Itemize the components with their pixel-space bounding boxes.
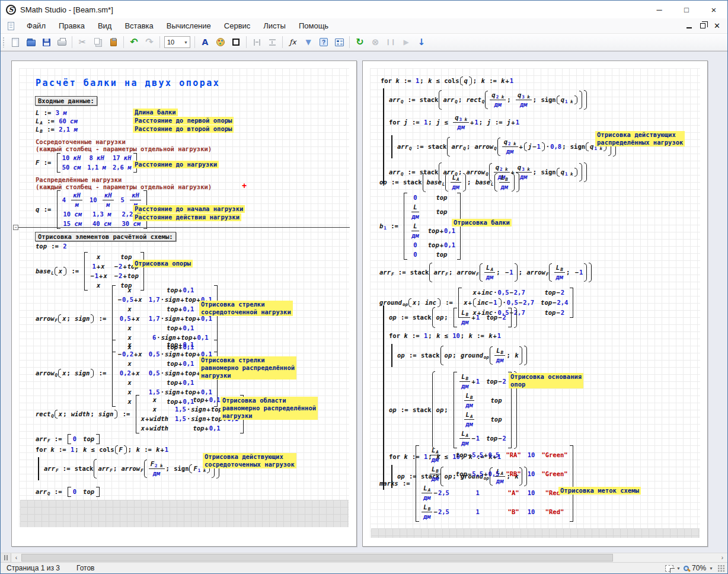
redo-button[interactable]: ↷ — [142, 35, 157, 49]
minimize-button[interactable]: ─ — [646, 1, 673, 18]
mdi-close-icon[interactable]: ✕ — [714, 23, 720, 29]
scrollbar-thumb[interactable] — [21, 554, 613, 562]
comment-region[interactable]: Отрисовка меток схемы — [558, 487, 641, 495]
resize-grip[interactable] — [717, 565, 725, 572]
maximize-button[interactable]: □ — [673, 1, 700, 18]
paste-button[interactable] — [106, 35, 120, 49]
menu-item-7[interactable]: Помощь — [292, 19, 335, 33]
comment-region[interactable]: Отрисовка действующихсосредоточенных наг… — [203, 453, 296, 468]
undo-button[interactable]: ↶ — [127, 35, 141, 49]
comment-region[interactable]: Отрисовка областиравномерно распределённ… — [221, 397, 318, 420]
play-button[interactable]: ▶ — [399, 35, 413, 49]
scroll-right-icon[interactable]: › — [717, 553, 727, 562]
background-button[interactable] — [213, 35, 228, 49]
scrollbar-track[interactable] — [21, 553, 717, 562]
font-size-value[interactable]: 10 — [165, 39, 184, 46]
help-button[interactable]: ? — [317, 35, 331, 49]
horizontal-scrollbar[interactable]: ‹ › — [1, 553, 727, 562]
page-1[interactable]: Расчёт балки на двух опорахВходные данны… — [11, 60, 357, 547]
copy-button[interactable] — [91, 35, 105, 49]
mdi-minimize-icon[interactable] — [687, 24, 692, 28]
function-icon: ƒx — [289, 39, 296, 46]
font-size-dropdown-icon[interactable]: ▼ — [184, 40, 190, 44]
menu-item-2[interactable]: Вид — [91, 19, 119, 33]
menu-item-0[interactable]: Файл — [20, 19, 52, 33]
comment-region[interactable]: Длина балки — [133, 109, 178, 116]
math-region[interactable]: for k := 1; k ≤ colsq; k := k+1arrQ := s… — [381, 76, 617, 184]
math-region[interactable]: LA := 60 см — [36, 117, 78, 125]
math-region[interactable]: arrF := stackarrF; arrowFLAдм; −1; arrow… — [379, 263, 592, 282]
save-button[interactable] — [39, 35, 53, 49]
close-button[interactable]: × — [700, 1, 727, 18]
comment-region[interactable]: Отрисовка балки — [452, 219, 512, 227]
comment-region[interactable]: Расстояние до первой опоры — [133, 117, 234, 125]
zoom-icon[interactable] — [684, 566, 689, 571]
function-button[interactable]: ƒx — [286, 35, 300, 49]
collapse-toggle-icon[interactable]: − — [13, 225, 18, 230]
comment-region[interactable]: Расстояние до начала нагрузки — [133, 205, 245, 213]
comment-region[interactable]: Отрисовка стрелкиравномерно распределённ… — [199, 356, 296, 380]
menu-item-4[interactable]: Вычисление — [160, 19, 218, 33]
filter-button[interactable]: ▼ — [301, 35, 315, 49]
layout-dropdown-icon[interactable]: ▼ — [676, 566, 681, 570]
pane-splitter-icon[interactable] — [1, 553, 11, 562]
math-region[interactable]: LB := 2,1 м — [36, 126, 78, 133]
window-title: SMath Studio - [Beam.sm*] — [20, 5, 113, 14]
comment-region[interactable]: Отрисовка опоры — [133, 260, 193, 267]
border-button[interactable] — [229, 35, 243, 49]
math-region[interactable]: op := stackbaseLLAдм; baseLLBдм — [379, 173, 520, 192]
math-region[interactable]: arrQ := 0top — [36, 487, 101, 497]
options-button[interactable] — [332, 35, 346, 49]
section-label[interactable]: Входные данные: — [35, 96, 97, 106]
math-region[interactable]: for k := 1; k ≤ colsF; k := k+1arrF := s… — [36, 445, 220, 480]
pause-button[interactable]: ❙❙ — [384, 35, 398, 49]
background-icon — [216, 38, 225, 46]
scroll-left-icon[interactable]: ‹ — [11, 553, 21, 562]
section-label[interactable]: Отрисовка элементов расчётной схемы: — [35, 232, 176, 241]
mdi-restore-icon[interactable] — [700, 23, 705, 28]
collapse-separator[interactable]: − — [13, 225, 350, 230]
border-icon — [232, 39, 240, 46]
zoom-dropdown-icon[interactable]: ▼ — [709, 566, 713, 570]
update-button[interactable]: ↓ — [414, 35, 429, 49]
menu-item-5[interactable]: Сервис — [218, 19, 257, 33]
font-size-combo[interactable]: 10▼ — [164, 36, 190, 48]
page-layout-icon[interactable] — [665, 565, 673, 572]
zoom-level[interactable]: 70% — [692, 564, 706, 572]
pause-icon: ❙❙ — [386, 39, 396, 45]
math-region[interactable]: L := 3 м — [36, 109, 67, 117]
open-button[interactable] — [24, 35, 38, 49]
font-color-button[interactable]: A — [198, 35, 212, 49]
align-v-button[interactable] — [265, 35, 279, 49]
comment-region[interactable]: Расстояние действия нагрузки — [133, 213, 241, 221]
stop-button[interactable]: ⊗ — [368, 35, 382, 49]
print-button[interactable] — [55, 35, 69, 49]
menu-item-3[interactable]: Вставка — [118, 19, 159, 33]
cut-button[interactable]: ✂ — [75, 35, 90, 49]
insert-cursor: + — [242, 183, 247, 189]
menu-item-6[interactable]: Листы — [257, 19, 292, 33]
text-region[interactable]: Распределённые нагрузки(каждый столбец -… — [36, 176, 212, 190]
new-button[interactable] — [8, 35, 23, 49]
menu-item-1[interactable]: Правка — [52, 19, 91, 33]
align-h-button[interactable] — [250, 35, 264, 49]
doc-title-region[interactable]: Расчёт балки на двух опорах — [36, 78, 220, 88]
math-region[interactable]: q := 4 кНм10 кНм5 кНм10 см1,3 м2,2 м15 с… — [36, 190, 148, 229]
page-2[interactable]: for k := 1; k ≤ colsq; k := k+1arrQ := s… — [362, 60, 708, 547]
text-region[interactable]: Сосредоточенные нагрузки(каждый столбец … — [36, 138, 212, 152]
math-region[interactable]: marks := LAдмtop−5,5+0,5"RA"10"Green"LBд… — [379, 445, 574, 522]
worksheet-area[interactable]: Расчёт балки на двух опорахВходные данны… — [1, 51, 727, 553]
align-v-icon — [269, 39, 276, 46]
comment-region[interactable]: Расстояние до нагрузки — [133, 161, 219, 168]
recalc-button[interactable]: ↻ — [353, 35, 367, 49]
math-region[interactable]: b1 := 0topLдмtopLдмtop+0,10top+0,10top — [379, 193, 462, 260]
math-region[interactable]: arrF := 0top — [36, 434, 101, 444]
math-region[interactable]: top := 2 — [36, 243, 67, 250]
comment-region[interactable]: Отрисовка основанияопор — [509, 373, 583, 388]
math-region[interactable]: F := 10 кН8 кН17 кН50 см1,1 м2,6 м — [36, 153, 138, 173]
math-region[interactable]: rectQx; width; sign := xtop+0,1x1,5·sign… — [36, 395, 245, 433]
comment-region[interactable]: Расстояние до второй опоры — [133, 125, 234, 133]
comment-region[interactable]: Отрисовка стрелкисосредоточенной нагрузк… — [199, 301, 293, 316]
comment-region[interactable]: Отрисовка действующихраспределённых нагр… — [595, 131, 685, 146]
options-icon — [335, 39, 344, 46]
